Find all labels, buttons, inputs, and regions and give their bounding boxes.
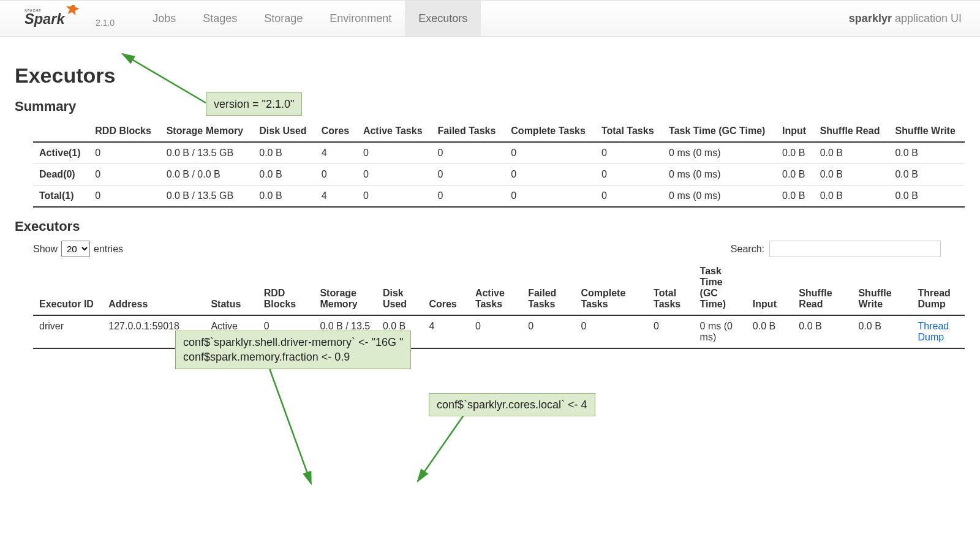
table-controls: Show 20 entries Search:	[33, 241, 965, 257]
summary-cell: 0.0 B / 13.5 GB	[160, 142, 254, 164]
svg-line-4	[418, 413, 466, 481]
summary-cell: 4	[315, 142, 357, 164]
executors-col-header[interactable]: RDD Blocks	[258, 261, 314, 315]
annotation-cores: conf$`sparklyr.cores.local` <- 4	[429, 393, 595, 416]
summary-col-header[interactable]	[33, 121, 89, 142]
executors-col-header[interactable]: Complete Tasks	[575, 261, 647, 315]
executors-col-header[interactable]: Cores	[423, 261, 469, 315]
summary-cell: 0.0 B	[253, 142, 315, 164]
summary-col-header[interactable]: Task Time (GC Time)	[663, 121, 776, 142]
executor-cell: 0	[575, 315, 647, 348]
thread-dump-link[interactable]: Thread Dump	[918, 321, 949, 342]
brand-logo[interactable]: Spark APACHE 2.1.0	[24, 5, 115, 32]
executor-cell: 4	[423, 315, 469, 348]
executors-col-header[interactable]: Address	[102, 261, 205, 315]
executors-col-header[interactable]: Executor ID	[33, 261, 102, 315]
summary-cell: 0 ms (0 ms)	[663, 142, 776, 164]
summary-cell: 0.0 B	[253, 164, 315, 186]
summary-cell: 0	[89, 142, 160, 164]
summary-cell: 0.0 B	[776, 142, 814, 164]
summary-header-row: RDD BlocksStorage MemoryDisk UsedCoresAc…	[33, 121, 965, 142]
executors-table: Executor IDAddressStatusRDD BlocksStorag…	[33, 261, 965, 349]
executor-cell: 0	[469, 315, 522, 348]
executors-col-header[interactable]: Task Time (GC Time)	[694, 261, 747, 315]
summary-cell: 0.0 B	[814, 142, 889, 164]
nav-tab-jobs[interactable]: Jobs	[139, 1, 189, 36]
summary-col-header[interactable]: Total Tasks	[595, 121, 663, 142]
summary-cell: 0.0 B	[889, 186, 965, 208]
summary-cell: 4	[315, 186, 357, 208]
app-name-strong: sparklyr	[849, 12, 892, 24]
navbar: Spark APACHE 2.1.0 JobsStagesStorageEnvi…	[0, 0, 980, 37]
summary-table: RDD BlocksStorage MemoryDisk UsedCoresAc…	[33, 121, 965, 208]
summary-col-header[interactable]: Shuffle Write	[889, 121, 965, 142]
summary-row-label: Active(1)	[33, 142, 89, 164]
summary-cell: 0	[315, 164, 357, 186]
summary-row-label: Total(1)	[33, 186, 89, 208]
spark-logo-icon: Spark APACHE	[24, 5, 92, 32]
page-size-select[interactable]: 20	[61, 241, 90, 257]
executors-col-header[interactable]: Input	[747, 261, 793, 315]
summary-col-header[interactable]: Input	[776, 121, 814, 142]
summary-cell: 0	[505, 142, 595, 164]
summary-cell: 0.0 B	[814, 164, 889, 186]
summary-cell: 0	[595, 142, 663, 164]
nav-tab-executors[interactable]: Executors	[405, 1, 481, 36]
summary-col-header[interactable]: Active Tasks	[357, 121, 432, 142]
executors-col-header[interactable]: Thread Dump	[912, 261, 965, 315]
summary-cell: 0 ms (0 ms)	[663, 186, 776, 208]
summary-cell: 0 ms (0 ms)	[663, 164, 776, 186]
entries-label: entries	[94, 244, 123, 255]
summary-cell: 0.0 B	[776, 164, 814, 186]
summary-cell: 0	[89, 164, 160, 186]
summary-col-header[interactable]: Cores	[315, 121, 357, 142]
executor-cell: 0 ms (0 ms)	[694, 315, 747, 348]
summary-col-header[interactable]: Disk Used	[253, 121, 315, 142]
summary-col-header[interactable]: RDD Blocks	[89, 121, 160, 142]
summary-row: Dead(0)00.0 B / 0.0 B0.0 B000000 ms (0 m…	[33, 164, 965, 186]
executors-col-header[interactable]: Storage Memory	[314, 261, 376, 315]
summary-col-header[interactable]: Complete Tasks	[505, 121, 595, 142]
summary-cell: 0	[357, 164, 432, 186]
summary-title: Summary	[15, 99, 965, 114]
summary-cell: 0	[595, 164, 663, 186]
summary-col-header[interactable]: Storage Memory	[160, 121, 254, 142]
nav-tab-environment[interactable]: Environment	[316, 1, 405, 36]
summary-cell: 0	[357, 142, 432, 164]
executor-cell: 0.0 B	[747, 315, 793, 348]
executor-cell: driver	[33, 315, 102, 348]
summary-col-header[interactable]: Failed Tasks	[432, 121, 505, 142]
executors-col-header[interactable]: Failed Tasks	[522, 261, 575, 315]
executor-cell: 0	[647, 315, 694, 348]
summary-cell: 0.0 B / 13.5 GB	[160, 186, 254, 208]
executors-col-header[interactable]: Total Tasks	[647, 261, 694, 315]
show-label: Show	[33, 244, 58, 255]
summary-cell: 0.0 B	[889, 164, 965, 186]
summary-cell: 0	[595, 186, 663, 208]
executors-col-header[interactable]: Disk Used	[377, 261, 423, 315]
summary-cell: 0	[432, 164, 505, 186]
annotation-memory: conf$`sparklyr.shell.driver-memory` <- "…	[175, 331, 411, 369]
svg-line-3	[270, 369, 311, 484]
nav-tabs: JobsStagesStorageEnvironmentExecutors	[139, 1, 481, 36]
executors-col-header[interactable]: Status	[205, 261, 257, 315]
summary-cell: 0.0 B	[814, 186, 889, 208]
summary-col-header[interactable]: Shuffle Read	[814, 121, 889, 142]
executors-col-header[interactable]: Shuffle Write	[852, 261, 911, 315]
executors-col-header[interactable]: Shuffle Read	[793, 261, 852, 315]
executors-body: driver127.0.0.1:59018Active00.0 B / 13.5…	[33, 315, 965, 348]
executors-col-header[interactable]: Active Tasks	[469, 261, 522, 315]
executors-title: Executors	[15, 219, 965, 234]
summary-cell: 0	[89, 186, 160, 208]
page-title: Executors	[15, 64, 965, 88]
executor-row: driver127.0.0.1:59018Active00.0 B / 13.5…	[33, 315, 965, 348]
nav-tab-storage[interactable]: Storage	[251, 1, 316, 36]
executor-cell: 0.0 B	[793, 315, 852, 348]
nav-tab-stages[interactable]: Stages	[189, 1, 251, 36]
summary-cell: 0.0 B / 0.0 B	[160, 164, 254, 186]
search-input[interactable]	[769, 241, 941, 257]
app-name: sparklyr application UI	[849, 12, 962, 25]
thread-dump-cell: Thread Dump	[912, 315, 965, 348]
summary-cell: 0.0 B	[253, 186, 315, 208]
summary-cell: 0	[357, 186, 432, 208]
